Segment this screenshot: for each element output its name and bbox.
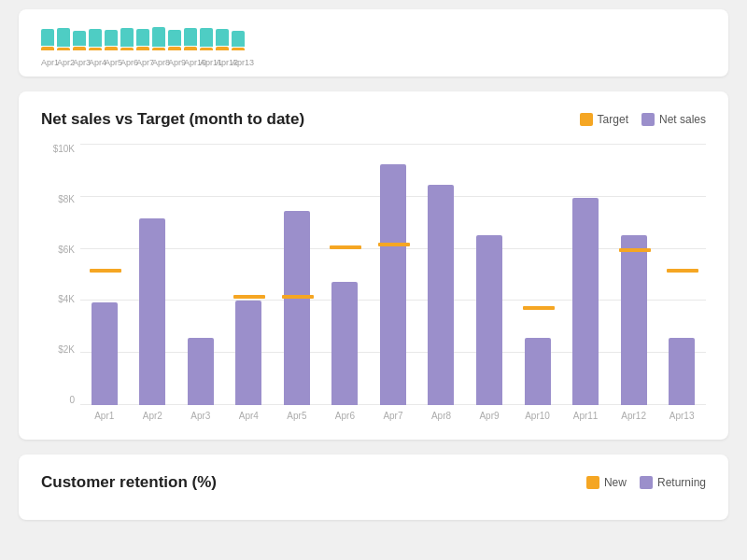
mini-bar-orange <box>41 47 54 50</box>
mini-bar-orange <box>232 48 245 50</box>
sales-bar <box>428 185 454 405</box>
chart-title: Net sales vs Target (month to date) <box>41 110 304 129</box>
top-mini-chart-card: Apr1Apr2Apr3Apr4Apr5Apr6Apr7Apr8Apr9Apr1… <box>19 9 728 77</box>
target-bar <box>378 243 410 246</box>
mini-bar-orange <box>152 48 165 50</box>
legend-returning: Returning <box>640 476 706 489</box>
mini-bar-orange <box>105 47 118 50</box>
new-swatch <box>586 476 599 489</box>
target-bar <box>330 245 361 249</box>
mini-bar-teal <box>73 31 86 46</box>
returning-swatch <box>640 476 653 489</box>
mini-bar-teal <box>184 28 197 46</box>
legend-netsales-label: Net sales <box>659 113 706 126</box>
y-axis-label: $8K <box>41 194 80 204</box>
mini-x-label: Apr10 <box>184 58 197 67</box>
bars-row <box>80 144 706 405</box>
mini-bar-orange <box>136 47 149 50</box>
mini-x-label: Apr11 <box>200 58 213 67</box>
x-axis-label: Apr2 <box>139 411 165 421</box>
mini-bar-group <box>57 28 70 50</box>
legend-new-label: New <box>604 476 627 489</box>
mini-bar-orange <box>216 47 229 50</box>
sales-bar <box>669 338 695 405</box>
y-axis-label: $4K <box>41 294 80 304</box>
sales-bar <box>572 198 599 405</box>
mini-bar-group <box>152 27 165 50</box>
bar-group <box>284 211 310 405</box>
y-axis: 0$2K$4K$6K$8K$10K <box>41 144 80 405</box>
target-bar <box>667 269 698 273</box>
sales-bar <box>92 302 118 405</box>
sales-bar <box>525 338 551 405</box>
mini-x-label: Apr3 <box>73 58 86 67</box>
target-bar <box>282 295 314 299</box>
sales-bar <box>621 235 647 405</box>
mini-bar-orange <box>168 47 181 50</box>
mini-bar-teal <box>136 29 149 46</box>
chart-legend: Target Net sales <box>580 113 706 126</box>
mini-bar-orange <box>120 48 134 50</box>
mini-x-label: Apr12 <box>216 58 229 67</box>
mini-bar-group <box>41 29 54 50</box>
mini-x-label: Apr5 <box>105 58 118 67</box>
mini-bar-teal <box>200 28 213 47</box>
bar-group <box>235 301 261 405</box>
x-axis-label: Apr7 <box>380 411 406 421</box>
mini-bar-teal <box>89 29 102 47</box>
mini-bar-teal <box>168 30 181 46</box>
mini-x-label: Apr4 <box>89 58 102 67</box>
mini-x-label: Apr1 <box>41 58 54 67</box>
sales-bar <box>188 338 214 405</box>
mini-x-label: Apr7 <box>136 58 149 67</box>
bar-group <box>380 164 406 405</box>
bar-group <box>139 218 165 405</box>
retention-title: Customer retention (%) <box>41 473 217 492</box>
mini-x-label: Apr9 <box>168 58 181 67</box>
bar-group <box>331 282 358 405</box>
target-bar <box>233 295 265 299</box>
y-axis-label: $10K <box>41 144 80 154</box>
mini-bar-teal <box>105 30 118 46</box>
mini-x-label: Apr13 <box>232 58 245 67</box>
x-axis-label: Apr11 <box>572 411 599 421</box>
mini-bar-orange <box>73 47 86 50</box>
x-axis-label: Apr6 <box>331 411 358 421</box>
mini-bar-orange <box>184 47 197 50</box>
target-swatch <box>580 113 593 126</box>
mini-x-label: Apr2 <box>57 58 70 67</box>
mini-x-label: Apr8 <box>152 58 165 67</box>
legend-netsales: Net sales <box>641 113 706 126</box>
x-axis-label: Apr9 <box>476 411 502 421</box>
y-axis-label: $6K <box>41 245 80 255</box>
sales-bar <box>331 282 358 405</box>
bars-area <box>80 144 706 405</box>
sales-bar <box>235 301 261 405</box>
mini-chart-labels: Apr1Apr2Apr3Apr4Apr5Apr6Apr7Apr8Apr9Apr1… <box>41 58 706 67</box>
legend-target-label: Target <box>598 113 628 126</box>
bar-group <box>669 338 695 405</box>
mini-bar-group <box>216 29 229 50</box>
legend-returning-label: Returning <box>657 476 706 489</box>
mini-bar-group <box>120 28 134 50</box>
mini-bar-teal <box>41 29 54 46</box>
x-axis-label: Apr1 <box>92 411 118 421</box>
bar-group <box>92 302 118 405</box>
bar-group <box>621 235 647 405</box>
mini-bar-group <box>73 31 86 50</box>
mini-bar-teal <box>232 31 245 47</box>
sales-bar <box>284 211 310 405</box>
y-axis-label: $2K <box>41 344 80 355</box>
mini-bar-orange <box>200 48 213 50</box>
mini-bar-orange <box>89 48 102 50</box>
mini-bar-group <box>136 29 149 50</box>
x-axis-label: Apr4 <box>235 411 261 421</box>
chart-header: Net sales vs Target (month to date) Targ… <box>41 110 706 129</box>
mini-bar-group <box>184 28 197 50</box>
netsales-swatch <box>641 113 655 126</box>
mini-chart-area <box>41 21 706 50</box>
chart-area: 0$2K$4K$6K$8K$10K <box>41 144 706 405</box>
mini-x-label: Apr6 <box>120 58 134 67</box>
bar-group <box>476 235 502 405</box>
mini-bar-teal <box>57 28 70 47</box>
